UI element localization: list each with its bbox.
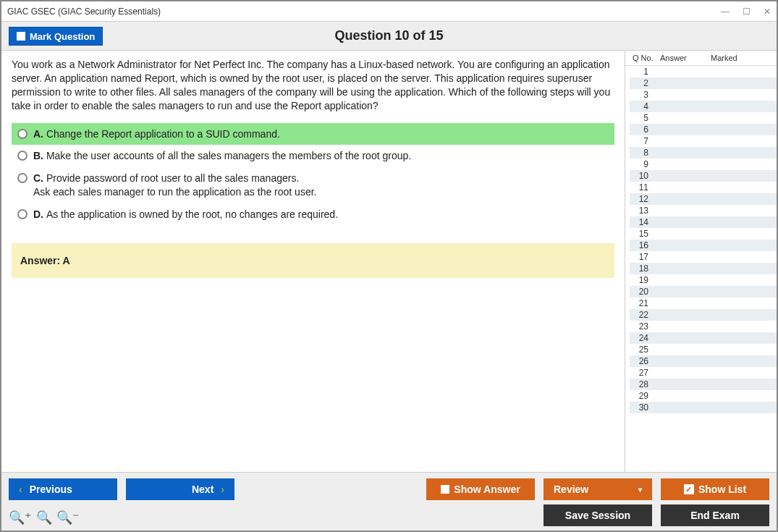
- mark-question-button[interactable]: Mark Question: [9, 27, 103, 46]
- qlist-row[interactable]: 5: [630, 112, 777, 124]
- col-qno: Q No.: [633, 54, 660, 62]
- footer-row-2: 🔍⁺ 🔍 🔍⁻ Save Session End Exam: [9, 504, 769, 526]
- option-C[interactable]: C. Provide password of root user to all …: [12, 167, 614, 203]
- question-text: You work as a Network Administrator for …: [12, 58, 614, 113]
- qlist-number: 25: [630, 345, 651, 355]
- footer: ‹ Previous Next › Show Answer Review ▾ ✓…: [1, 472, 777, 531]
- qlist-number: 23: [630, 321, 651, 332]
- qlist-number: 10: [630, 171, 651, 181]
- qlist-row[interactable]: 30: [630, 402, 777, 413]
- qlist-row[interactable]: 15: [630, 228, 777, 240]
- previous-button[interactable]: ‹ Previous: [9, 478, 117, 500]
- qlist-row[interactable]: 12: [630, 193, 777, 205]
- qlist-header: Q No. Answer Marked: [625, 51, 777, 66]
- show-answer-label: Show Answer: [454, 484, 520, 495]
- qlist-row[interactable]: 14: [630, 216, 777, 228]
- zoom-controls: 🔍⁺ 🔍 🔍⁻: [9, 510, 80, 525]
- qlist-row[interactable]: 29: [630, 390, 777, 402]
- qlist-number: 6: [630, 124, 651, 135]
- radio-icon[interactable]: [17, 129, 28, 139]
- radio-icon[interactable]: [17, 209, 28, 219]
- show-answer-button[interactable]: Show Answer: [426, 478, 535, 500]
- qlist-number: 14: [630, 217, 651, 227]
- qlist-row[interactable]: 16: [630, 240, 777, 251]
- end-exam-button[interactable]: End Exam: [661, 504, 769, 526]
- qlist-row[interactable]: 2: [630, 77, 777, 89]
- qlist-row[interactable]: 10: [630, 170, 777, 182]
- qlist-row[interactable]: 9: [630, 159, 777, 170]
- body: You work as a Network Administrator for …: [1, 51, 777, 472]
- option-A[interactable]: A. Change the Report application to a SU…: [12, 123, 614, 145]
- show-list-label: Show List: [698, 484, 746, 495]
- qlist-row[interactable]: 26: [630, 355, 777, 367]
- qlist-row[interactable]: 4: [630, 101, 777, 112]
- chevron-left-icon: ‹: [19, 484, 22, 495]
- qlist-number: 27: [630, 368, 651, 378]
- window-title: GIAC GSEC (GIAC Security Essentials): [7, 7, 161, 17]
- qlist-row[interactable]: 21: [630, 297, 777, 309]
- zoom-in-icon[interactable]: 🔍⁺: [9, 510, 32, 525]
- titlebar: GIAC GSEC (GIAC Security Essentials) — ☐…: [1, 1, 777, 22]
- qlist-row[interactable]: 28: [630, 379, 777, 390]
- qlist-number: 7: [630, 136, 651, 146]
- chevron-right-icon: ›: [221, 484, 224, 495]
- app-window: GIAC GSEC (GIAC Security Essentials) — ☐…: [0, 0, 778, 532]
- qlist-number: 11: [630, 182, 651, 193]
- qlist-row[interactable]: 1: [630, 66, 777, 77]
- qlist-row[interactable]: 22: [630, 309, 777, 321]
- question-list-panel: Q No. Answer Marked 12345678910111213141…: [625, 51, 777, 472]
- col-marked: Marked: [711, 54, 772, 62]
- mark-question-label: Mark Question: [30, 31, 95, 42]
- option-text: A. Change the Report application to a SU…: [33, 127, 280, 141]
- qlist-row[interactable]: 23: [630, 321, 777, 332]
- qlist-row[interactable]: 8: [630, 147, 777, 159]
- show-list-button[interactable]: ✓ Show List: [661, 478, 769, 500]
- save-session-button[interactable]: Save Session: [544, 504, 652, 526]
- col-answer: Answer: [660, 54, 711, 62]
- end-exam-label: End Exam: [690, 510, 740, 521]
- minimize-icon[interactable]: —: [721, 7, 730, 17]
- zoom-out-icon[interactable]: 🔍⁻: [56, 510, 80, 525]
- window-controls: — ☐ ✕: [721, 7, 771, 17]
- qlist-row[interactable]: 3: [630, 89, 777, 101]
- qlist-row[interactable]: 17: [630, 251, 777, 263]
- qlist-row[interactable]: 25: [630, 344, 777, 355]
- qlist-number: 21: [630, 298, 651, 308]
- review-label: Review: [554, 484, 588, 495]
- qlist-number: 29: [630, 391, 651, 401]
- checkbox-icon: [17, 32, 25, 41]
- option-text: B. Make the user accounts of all the sal…: [33, 149, 411, 163]
- radio-icon[interactable]: [17, 151, 28, 161]
- qlist-row[interactable]: 19: [630, 274, 777, 286]
- zoom-reset-icon[interactable]: 🔍: [36, 510, 52, 525]
- qlist-row[interactable]: 7: [630, 135, 777, 147]
- qlist-number: 9: [630, 159, 651, 169]
- qlist-number: 26: [630, 356, 651, 366]
- qlist-row[interactable]: 27: [630, 367, 777, 379]
- review-button[interactable]: Review ▾: [544, 478, 652, 500]
- qlist-row[interactable]: 6: [630, 124, 777, 135]
- qlist-number: 3: [630, 90, 651, 100]
- save-session-label: Save Session: [565, 510, 630, 521]
- radio-icon[interactable]: [17, 173, 28, 183]
- qlist-number: 1: [630, 67, 651, 77]
- next-label: Next: [192, 484, 213, 495]
- chevron-down-icon: ▾: [638, 486, 642, 494]
- maximize-icon[interactable]: ☐: [743, 7, 750, 17]
- qlist-row[interactable]: 20: [630, 286, 777, 297]
- footer-row-1: ‹ Previous Next › Show Answer Review ▾ ✓…: [9, 478, 769, 500]
- qlist-row[interactable]: 11: [630, 182, 777, 193]
- question-list[interactable]: 1234567891011121314151617181920212223242…: [625, 66, 777, 472]
- qlist-number: 22: [630, 310, 651, 320]
- option-D[interactable]: D. As the application is owned by the ro…: [12, 203, 614, 226]
- qlist-row[interactable]: 13: [630, 205, 777, 216]
- close-icon[interactable]: ✕: [764, 7, 771, 17]
- qlist-number: 2: [630, 78, 651, 88]
- next-button[interactable]: Next ›: [126, 478, 234, 500]
- header-bar: Mark Question Question 10 of 15: [1, 22, 777, 51]
- option-B[interactable]: B. Make the user accounts of all the sal…: [12, 145, 614, 167]
- qlist-number: 13: [630, 206, 651, 216]
- qlist-number: 4: [630, 101, 651, 111]
- qlist-row[interactable]: 18: [630, 263, 777, 274]
- qlist-row[interactable]: 24: [630, 332, 777, 344]
